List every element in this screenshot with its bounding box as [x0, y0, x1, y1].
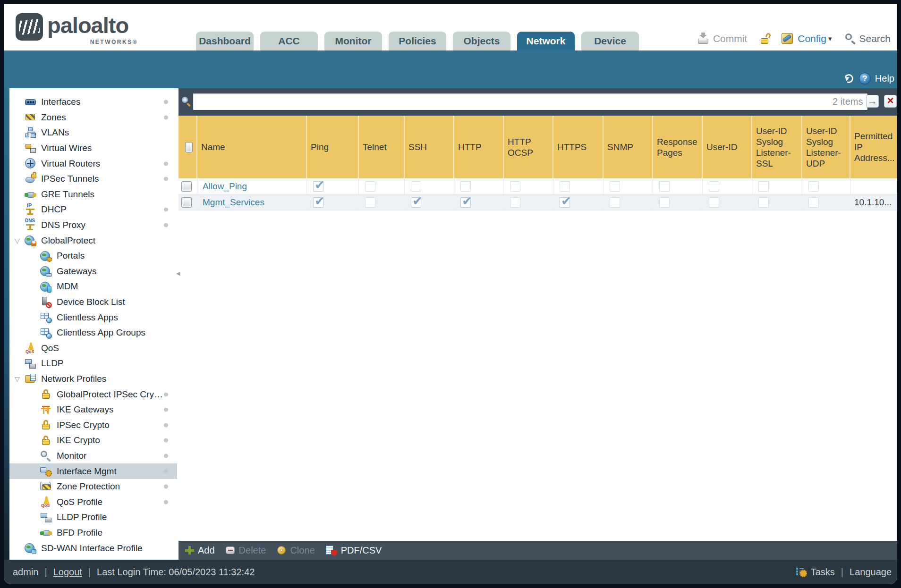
clear-filter-button[interactable]: × [884, 95, 897, 108]
tasks-button[interactable]: Tasks [811, 567, 835, 578]
http-checkbox[interactable] [460, 197, 471, 208]
uid-syslog-udp-checkbox[interactable] [808, 181, 819, 192]
sidebar-item-mdm[interactable]: MDM [9, 279, 177, 294]
apply-filter-button[interactable]: → [866, 95, 879, 108]
sidebar-item-label: Interfaces [41, 97, 80, 107]
profile-name-link[interactable]: Mgmt_Services [203, 197, 264, 208]
column-header-name[interactable]: Name [197, 116, 307, 178]
commit-button[interactable]: Commit [713, 33, 747, 44]
telnet-checkbox[interactable] [365, 181, 375, 192]
tab-device[interactable]: Device [581, 32, 639, 50]
http-ocsp-checkbox[interactable] [510, 181, 520, 192]
sidebar-item-zone-protection[interactable]: Zone Protection [9, 479, 177, 495]
config-button[interactable]: Config [798, 33, 826, 44]
sidebar-item-virtual-wires[interactable]: Virtual Wires [9, 141, 177, 156]
column-header-permitted-ip[interactable]: Permitted IP Address... [850, 116, 897, 178]
filter-search-input[interactable] [193, 93, 868, 110]
uid-syslog-ssl-checkbox[interactable] [758, 181, 769, 192]
column-header-telnet[interactable]: Telnet [359, 116, 405, 178]
config-caret-icon[interactable]: ▾ [828, 34, 832, 43]
expander-icon[interactable]: ▽ [15, 237, 20, 244]
logout-link[interactable]: Logout [53, 567, 82, 578]
https-checkbox[interactable] [560, 197, 570, 208]
sidebar-item-lldp[interactable]: LLDP [9, 356, 177, 371]
sidebar-item-dhcp[interactable]: DHCP [9, 202, 177, 218]
sidebar-item-zones[interactable]: Zones [9, 110, 177, 126]
column-header-http[interactable]: HTTP [454, 116, 504, 178]
column-header-snmp[interactable]: SNMP [604, 116, 653, 178]
user-id-checkbox[interactable] [709, 181, 719, 192]
ping-checkbox[interactable] [313, 181, 323, 192]
sidebar-item-interfaces[interactable]: Interfaces [9, 94, 177, 110]
delete-button[interactable]: Delete [225, 545, 266, 556]
sidebar-item-ipsec-tunnels[interactable]: IPSec Tunnels [9, 171, 177, 187]
sidebar-item-bfd-profile[interactable]: BFD Profile [9, 525, 177, 541]
column-header-uid-syslog-udp[interactable]: User-ID Syslog Listener-UDP [802, 116, 850, 178]
ssh-checkbox[interactable] [411, 181, 421, 192]
config-lock-icon[interactable] [759, 33, 772, 45]
tab-monitor[interactable]: Monitor [324, 32, 382, 50]
sidebar-item-ipsec-crypto[interactable]: IPSec Crypto [9, 417, 177, 433]
select-all-checkbox[interactable] [185, 142, 193, 152]
column-header-https[interactable]: HTTPS [553, 116, 604, 178]
sidebar-item-globalprotect-ipsec-crypto[interactable]: GlobalProtect IPSec Crypto [9, 386, 177, 402]
tab-dashboard[interactable]: Dashboard [196, 32, 254, 50]
search-button[interactable]: Search [859, 33, 891, 44]
sidebar-item-label: Monitor [57, 451, 86, 461]
sidebar-item-portals[interactable]: Portals [9, 248, 177, 264]
uid-syslog-ssl-checkbox[interactable] [758, 197, 769, 208]
help-label[interactable]: Help [875, 73, 894, 84]
expander-icon[interactable]: ▽ [15, 375, 20, 383]
tab-network[interactable]: Network [517, 32, 575, 50]
response-pages-checkbox[interactable] [659, 197, 670, 208]
sidebar-item-qos[interactable]: QoS [9, 341, 177, 356]
tab-objects[interactable]: Objects [453, 32, 510, 50]
sidebar-item-dns-proxy[interactable]: DNS Proxy [9, 218, 177, 233]
sidebar-item-ike-gateways[interactable]: IKE Gateways [9, 402, 177, 418]
user-id-checkbox[interactable] [709, 197, 719, 208]
profile-name-link[interactable]: Allow_Ping [203, 181, 247, 192]
refresh-icon[interactable] [843, 73, 855, 84]
ssh-checkbox[interactable] [411, 197, 421, 208]
sidebar-collapse-handle[interactable]: ◀ [176, 270, 180, 277]
sidebar-item-gre-tunnels[interactable]: GRE Tunnels [9, 187, 177, 202]
sidebar-item-sd-wan-interface-profile[interactable]: SD-WAN Interface Profile [9, 540, 177, 556]
sidebar-item-device-block-list[interactable]: Device Block List [9, 294, 177, 310]
sidebar-item-interface-mgmt[interactable]: Interface Mgmt [9, 463, 177, 479]
help-icon[interactable]: ? [859, 73, 871, 84]
row-select-checkbox[interactable] [181, 197, 192, 208]
sidebar-item-network-profiles[interactable]: ▽Network Profiles [9, 371, 177, 387]
tab-policies[interactable]: Policies [389, 32, 446, 50]
language-button[interactable]: Language [850, 567, 892, 578]
pdf-csv-button[interactable]: PDF/CSV [325, 545, 382, 556]
sidebar-item-globalprotect[interactable]: ▽GlobalProtect [9, 233, 177, 248]
sidebar-item-clientless-app-groups[interactable]: Clientless App Groups [9, 325, 177, 341]
clone-button[interactable]: Clone [276, 545, 314, 556]
http-checkbox[interactable] [460, 181, 471, 192]
http-ocsp-checkbox[interactable] [510, 197, 520, 208]
column-header-user-id[interactable]: User-ID [703, 116, 752, 178]
snmp-checkbox[interactable] [610, 181, 620, 192]
column-header-ping[interactable]: Ping [307, 116, 359, 178]
response-pages-checkbox[interactable] [659, 181, 670, 192]
sidebar-item-ike-crypto[interactable]: IKE Crypto [9, 433, 177, 448]
sidebar-item-lldp-profile[interactable]: LLDP Profile [9, 510, 177, 525]
uid-syslog-udp-checkbox[interactable] [808, 197, 819, 208]
sidebar-item-qos-profile[interactable]: QoS Profile [9, 494, 177, 510]
sidebar-item-vlans[interactable]: VLANs [9, 125, 177, 141]
telnet-checkbox[interactable] [365, 197, 375, 208]
sidebar-item-monitor[interactable]: Monitor [9, 448, 177, 464]
column-header-ssh[interactable]: SSH [405, 116, 454, 178]
add-button[interactable]: Add [184, 545, 215, 556]
sidebar-item-clientless-apps[interactable]: Clientless Apps [9, 310, 177, 325]
ping-checkbox[interactable] [313, 197, 323, 208]
https-checkbox[interactable] [560, 181, 570, 192]
sidebar-item-gateways[interactable]: Gateways [9, 264, 177, 279]
snmp-checkbox[interactable] [610, 197, 620, 208]
sidebar-item-virtual-routers[interactable]: Virtual Routers [9, 156, 177, 171]
tab-acc[interactable]: ACC [260, 32, 318, 50]
column-header-uid-syslog-ssl[interactable]: User-ID Syslog Listener-SSL [752, 116, 802, 178]
column-header-response-pages[interactable]: Response Pages [653, 116, 703, 178]
row-select-checkbox[interactable] [181, 181, 192, 192]
column-header-http-ocsp[interactable]: HTTP OCSP [504, 116, 553, 178]
